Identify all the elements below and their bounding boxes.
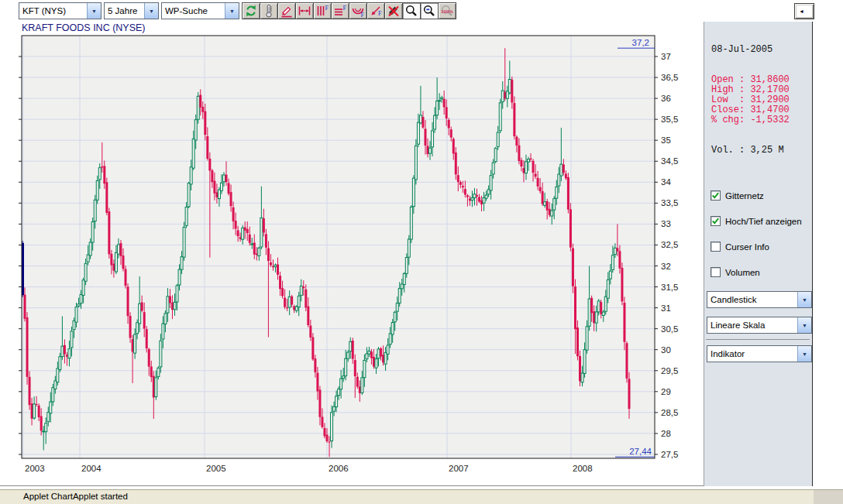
x-axis-label: 2007 (449, 464, 469, 473)
checkbox-label: Curser Info (725, 242, 769, 252)
zoom-in-button[interactable] (402, 2, 421, 19)
collapse-panel-inner: ◄ (797, 5, 812, 17)
checkbox-checked-icon[interactable] (711, 190, 721, 201)
chart-applet-window: KFT (NYS) ▼ 5 Jahre ▼ WP-Suche ▼ FFFF100… (0, 0, 843, 504)
low-marker-label: 27,44 (629, 447, 652, 456)
fibonacci-retracement-icon: F (333, 4, 347, 18)
chevron-down-icon[interactable]: ▼ (144, 3, 158, 19)
quote-stat: % chg: -1,5332 (711, 115, 790, 125)
y-axis-label: 34 (661, 177, 671, 187)
refresh-button[interactable] (242, 2, 260, 19)
fibonacci-fan-button[interactable]: F (366, 2, 385, 19)
checkbox-row-hoch-tief-anzeigen[interactable]: Hoch/Tief anzeigen (711, 216, 802, 226)
checkbox-label: Gitternetz (725, 191, 764, 201)
chart-title: KRAFT FOODS INC (NYSE) (22, 22, 146, 33)
draw-pencil-button[interactable] (277, 2, 296, 19)
toolbar-buttons: FFFF100% (242, 2, 456, 19)
zoom-100-icon: 100% (440, 4, 454, 18)
y-axis-label: 34,5 (661, 156, 678, 166)
price-chart[interactable]: 3736,53635,53534,53433,53332,53231,53130… (0, 22, 704, 486)
zoom-100-button[interactable]: 100% (438, 2, 456, 19)
chevron-down-icon[interactable]: ▼ (797, 317, 811, 333)
checkbox-unchecked-icon[interactable] (711, 267, 721, 277)
chart-type-select-value: Candlestick (707, 295, 797, 304)
y-axis-label: 31 (661, 303, 671, 313)
chevron-down-icon[interactable]: ▼ (87, 3, 101, 19)
x-axis-label: 2005 (206, 464, 226, 473)
y-axis-label: 37 (661, 52, 671, 61)
checkbox-row-gitternetz[interactable]: Gitternetz (711, 190, 802, 201)
svg-text:F: F (361, 12, 365, 19)
zoom-out-button[interactable] (420, 2, 439, 19)
fibonacci-time-zones-button[interactable]: F (313, 2, 332, 19)
thermometer-icon (262, 4, 276, 18)
chart-option-checkboxes: GitternetzHoch/Tief anzeigenCurser InfoV… (711, 190, 802, 293)
y-axis-label: 29,5 (661, 366, 678, 375)
scrollbar-corner (814, 490, 843, 504)
zoom-out-icon (422, 4, 436, 18)
svg-text:100%: 100% (441, 9, 453, 14)
fibonacci-retracement-button[interactable]: F (331, 2, 349, 19)
y-axis-label: 32 (661, 262, 671, 271)
scale-select-value: Lineare Skala (707, 321, 797, 330)
chart-type-select[interactable]: Candlestick▼ (707, 291, 812, 308)
svg-text:F: F (378, 10, 382, 17)
scale-select[interactable]: Lineare Skala▼ (707, 317, 812, 334)
y-axis-label: 35 (661, 135, 671, 145)
quote-info: 08-Jul-2005 Open : 31,8600High : 32,1700… (711, 25, 790, 176)
y-axis-label: 33 (661, 219, 671, 228)
x-axis-label: 2008 (573, 464, 593, 473)
security-search-combobox[interactable]: WP-Suche ▼ (161, 2, 239, 19)
svg-text:F: F (325, 5, 329, 12)
measure-tool-button[interactable] (295, 2, 314, 19)
period-combobox-value: 5 Jahre (105, 6, 144, 15)
y-axis-label: 33,5 (661, 198, 678, 207)
y-axis-label: 35,5 (661, 115, 678, 124)
zoom-in-icon (404, 4, 418, 18)
y-axis-label: 29 (661, 387, 671, 396)
measure-icon (298, 4, 311, 18)
collapse-arrow-icon: ◄ (799, 9, 804, 14)
checkbox-unchecked-icon[interactable] (711, 242, 721, 252)
checkbox-checked-icon[interactable] (711, 216, 721, 226)
indicator-select[interactable]: Indikator▼ (707, 345, 812, 362)
settings-panel: 08-Jul-2005 Open : 31,8600High : 32,1700… (704, 22, 813, 486)
status-text: Applet ChartApplet started (23, 492, 128, 501)
chevron-down-icon[interactable]: ▼ (797, 292, 811, 307)
y-axis-label: 28 (661, 429, 671, 438)
thermometer-tool-button[interactable] (260, 2, 278, 19)
y-axis-label: 36 (661, 94, 671, 103)
x-axis-label: 2004 (81, 464, 102, 473)
svg-text:F: F (343, 5, 347, 12)
y-axis-label: 32,5 (661, 240, 678, 249)
chevron-down-icon[interactable]: ▼ (225, 3, 239, 19)
period-combobox[interactable]: 5 Jahre ▼ (104, 2, 159, 19)
refresh-icon (244, 4, 258, 18)
fibonacci-arcs-button[interactable]: F (349, 2, 367, 19)
symbol-combobox-value: KFT (NYS) (19, 6, 87, 15)
x-axis: 200320042005200620072008 (25, 464, 593, 473)
checkbox-label: Volumen (725, 268, 760, 277)
symbol-combobox[interactable]: KFT (NYS) ▼ (19, 2, 102, 19)
checkbox-row-volumen[interactable]: Volumen (711, 267, 802, 277)
chart-option-selects: Candlestick▼Lineare Skala▼Indikator▼ (707, 291, 812, 369)
panel-separator (706, 339, 810, 340)
draw-pencil-icon (280, 4, 294, 18)
collapse-panel-button[interactable]: ◄ (794, 3, 814, 19)
y-axis-label: 31,5 (661, 283, 678, 292)
y-axis-label: 30,5 (661, 324, 678, 334)
quote-volume: Vol. : 3,25 M (711, 146, 790, 156)
y-axis-label: 30 (661, 345, 671, 355)
checkbox-row-curser-info[interactable]: Curser Info (711, 242, 802, 252)
x-axis-label: 2006 (329, 464, 349, 473)
fibonacci-fan-icon: F (369, 4, 383, 18)
chevron-down-icon[interactable]: ▼ (797, 346, 811, 362)
security-search-combobox-value: WP-Suche (162, 6, 225, 15)
quote-date: 08-Jul-2005 (711, 45, 790, 55)
x-axis-label: 2003 (25, 464, 45, 473)
checkbox-label: Hoch/Tief anzeigen (725, 217, 802, 226)
erase-drawings-icon (387, 4, 401, 18)
high-marker-label: 37,2 (632, 38, 649, 47)
fibonacci-arcs-icon: F (351, 4, 365, 18)
erase-drawings-button[interactable] (384, 2, 403, 19)
